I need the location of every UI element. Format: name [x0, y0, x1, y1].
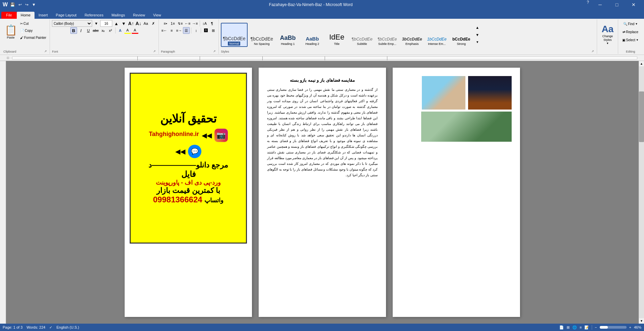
show-hide-button[interactable]: ¶ — [209, 20, 215, 27]
paragraph-dialog-launcher[interactable]: ↗ — [212, 49, 216, 53]
superscript-button[interactable]: x² — [107, 27, 114, 34]
tab-references[interactable]: References — [80, 12, 107, 19]
style-subtle-emphasis[interactable]: ¶bCcDdEe Subtle Emp... — [376, 23, 399, 47]
font-size-down[interactable]: ▼ — [120, 20, 127, 27]
text-effects-button[interactable]: A — [117, 27, 124, 34]
bold-button[interactable]: B — [70, 27, 77, 34]
clipboard-group-content: 📋 Paste ✂ Cut 📄 Copy 🖌 — [3, 20, 48, 49]
bullets-button[interactable]: ≡• — [162, 20, 169, 27]
font-row-2: B I U abc x₂ x² A A A — [70, 27, 138, 34]
sort-button[interactable]: ↕A — [201, 20, 208, 27]
ruler-icon[interactable]: ◫ — [7, 56, 9, 59]
tab-review[interactable]: Review — [129, 12, 149, 19]
align-center-button[interactable]: ≡ — [168, 27, 175, 34]
zoom-out-button[interactable]: − — [595, 325, 597, 329]
clipboard-dialog-launcher[interactable]: ↗ — [44, 49, 48, 53]
styles-dialog-launcher[interactable]: ↗ — [591, 49, 595, 53]
select-dropdown[interactable]: ▼ — [636, 39, 639, 42]
underline-button[interactable]: U — [85, 27, 92, 34]
view-draft-button[interactable]: 📝 — [584, 325, 589, 330]
clear-formatting-button[interactable]: ✗ — [150, 20, 156, 27]
find-button[interactable]: 🔍 Find ▼ — [621, 20, 640, 27]
copy-icon: 📄 — [20, 29, 24, 32]
font-size-up[interactable]: ▲ — [113, 20, 120, 27]
format-painter-button[interactable]: 🖌 Format Painter — [19, 34, 48, 41]
maximize-button[interactable]: □ — [609, 0, 625, 9]
undo-qat-button[interactable]: ↩ — [17, 2, 23, 7]
multilevel-button[interactable]: ↯≡ — [177, 20, 184, 27]
close-button[interactable]: ✕ — [626, 0, 641, 9]
scroll-down-button[interactable]: ▼ — [639, 318, 644, 324]
view-fullscreen-button[interactable]: ⊞ — [567, 325, 570, 330]
styles-scroll-down[interactable]: ▼ — [474, 31, 481, 38]
strikethrough-button[interactable]: abc — [92, 27, 99, 34]
style-intense-emphasis[interactable]: 1bCcDdEe Intense Em... — [425, 23, 449, 47]
style-strong[interactable]: bCcDdEe Strong — [450, 23, 473, 47]
scroll-up-button[interactable]: ▲ — [639, 61, 644, 66]
justify-button[interactable]: ☰ — [183, 27, 190, 34]
tab-page-layout[interactable]: Page Layout — [52, 12, 81, 19]
style-subtitle[interactable]: ¶bCcDdEe Subtitle — [349, 23, 375, 47]
view-print-button[interactable]: 📄 — [559, 325, 564, 330]
style-normal[interactable]: ¶bCcDdEe Normal — [221, 23, 247, 47]
image-2 — [468, 76, 512, 110]
select-button[interactable]: ▣ Select ▼ — [620, 36, 641, 44]
scroll-track[interactable] — [639, 66, 644, 318]
change-case-button[interactable]: Aa — [142, 20, 149, 27]
font-label: Font — [52, 49, 58, 53]
numbering-button[interactable]: 1≡ — [170, 20, 176, 27]
style-heading1[interactable]: AaBb Heading 1 — [276, 23, 300, 47]
zoom-level[interactable]: 46% — [634, 325, 641, 329]
help-button[interactable]: ? — [585, 0, 591, 9]
redo-qat-button[interactable]: ↪ — [24, 2, 29, 7]
change-styles-button[interactable]: Aa ChangeStyles ▼ — [599, 22, 616, 46]
border-button[interactable]: ⊞ — [210, 27, 216, 34]
language-indicator[interactable]: English (U.S.) — [56, 325, 79, 330]
font-dialog-launcher[interactable]: ↗ — [152, 49, 156, 53]
font-family-select[interactable]: Calibri (Body) — [52, 20, 92, 27]
shading-button[interactable]: 🅰 — [202, 27, 209, 34]
increase-indent-button[interactable]: →≡ — [192, 20, 198, 27]
zoom-in-button[interactable]: + — [629, 325, 631, 329]
subscript-button[interactable]: x₂ — [100, 27, 107, 34]
tab-view[interactable]: View — [149, 12, 165, 19]
style-heading2[interactable]: AaBb Heading 2 — [301, 23, 324, 47]
text-highlight-button[interactable]: A — [124, 27, 131, 34]
style-no-spacing[interactable]: ¶bCcDdEe No Spacing — [249, 23, 275, 47]
minimize-button[interactable]: ─ — [592, 0, 608, 9]
styles-scroll-up[interactable]: ▲ — [474, 24, 481, 31]
customize-qat-button[interactable]: ▼ — [31, 2, 37, 7]
save-qat-button[interactable]: 💾 — [9, 2, 16, 7]
document-area[interactable]: تحقیق آنلاین Tahghighonline.ir ◀◀ 📷 ◀◀ 💬… — [6, 61, 639, 324]
cut-button[interactable]: ✂ Cut — [19, 20, 48, 27]
scroll-thumb[interactable] — [639, 91, 644, 142]
clipboard-group: 📋 Paste ✂ Cut 📄 Copy 🖌 — [1, 19, 50, 54]
style-emph-preview: 3bCcDdEe — [402, 37, 422, 42]
font-size-input[interactable] — [100, 20, 112, 27]
align-right-button[interactable]: ≡→ — [176, 27, 182, 34]
tab-mailings[interactable]: Mailings — [108, 12, 129, 19]
italic-button[interactable]: I — [78, 27, 84, 34]
view-outline-button[interactable]: ≡ — [580, 325, 582, 329]
font-color-button[interactable]: A — [132, 27, 138, 34]
replace-button[interactable]: ⇄ Replace — [621, 28, 640, 36]
view-web-button[interactable]: 🌐 — [572, 325, 577, 330]
tab-home[interactable]: Home — [17, 12, 35, 19]
copy-button[interactable]: 📄 Copy — [19, 27, 48, 34]
image-1-content — [422, 76, 465, 110]
paste-button[interactable]: 📋 Paste — [3, 20, 18, 43]
grow-font-button[interactable]: A↑ — [128, 20, 134, 27]
style-title[interactable]: IdEe Title — [325, 23, 348, 47]
spell-check-icon[interactable]: ✓ — [49, 325, 52, 330]
line-spacing-button[interactable]: ↕ — [193, 27, 199, 34]
style-emphasis[interactable]: 3bCcDdEe Emphasis — [400, 23, 424, 47]
align-left-button[interactable]: ≡← — [161, 27, 168, 34]
tab-insert[interactable]: Insert — [35, 12, 52, 19]
zoom-bar[interactable] — [600, 326, 627, 329]
tab-file[interactable]: File — [1, 12, 17, 19]
styles-more[interactable]: ▾ — [474, 39, 481, 46]
decrease-indent-button[interactable]: ←≡ — [184, 20, 191, 27]
shrink-font-button[interactable]: A↓ — [135, 20, 142, 27]
find-dropdown[interactable]: ▼ — [635, 22, 638, 25]
font-family-dropdown[interactable]: ▼ — [93, 20, 100, 27]
